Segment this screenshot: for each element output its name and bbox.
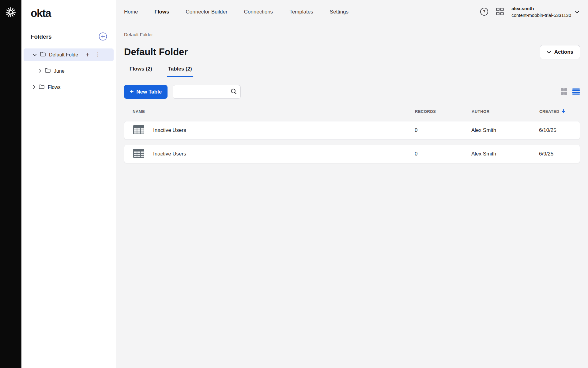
tree-item-label: Default Folde — [49, 52, 78, 58]
app-rail — [0, 0, 21, 368]
row-created: 6/10/25 — [539, 127, 571, 133]
row-created: 6/9/25 — [539, 151, 571, 157]
column-header-author[interactable]: AUTHOR — [472, 109, 539, 114]
chevron-down-icon[interactable] — [33, 52, 37, 58]
help-icon: ? — [480, 7, 488, 17]
nav-connections[interactable]: Connections — [244, 9, 273, 15]
okta-logo: okta — [21, 0, 116, 19]
row-name: Inactive Users — [153, 151, 186, 157]
column-header-records[interactable]: RECORDS — [415, 109, 472, 114]
search-input[interactable] — [177, 89, 231, 95]
row-author: Alex Smith — [471, 151, 539, 157]
chevron-down-icon — [547, 49, 551, 55]
add-folder-button[interactable] — [99, 32, 107, 42]
workflows-logo-icon[interactable] — [5, 7, 16, 368]
chevron-right-icon[interactable] — [39, 68, 42, 74]
column-header-created-label: CREATED — [539, 109, 559, 114]
folders-title: Folders — [31, 33, 52, 40]
grid-view-button[interactable] — [560, 88, 567, 96]
table-body: Inactive Users 0 Alex Smith 6/10/25 Inac — [124, 121, 580, 168]
user-name: alex.smith — [511, 5, 571, 12]
svg-text:?: ? — [483, 9, 486, 14]
folder-icon — [39, 84, 45, 91]
table-icon — [133, 125, 145, 136]
nav-settings[interactable]: Settings — [330, 9, 349, 15]
folder-icon — [40, 52, 46, 58]
sidebar: okta Folders Default Folde + ⋮ — [21, 0, 116, 368]
search-icon[interactable] — [231, 88, 237, 96]
org-name: content-mobbin-trial-5331130 — [511, 12, 571, 19]
row-records: 0 — [415, 151, 471, 157]
tree-item-label: Flows — [48, 85, 61, 90]
apps-button[interactable] — [496, 7, 504, 17]
nav-home[interactable]: Home — [124, 9, 138, 15]
tree-item-label: June — [54, 68, 65, 74]
row-author: Alex Smith — [471, 127, 539, 133]
folder-icon — [45, 68, 51, 75]
actions-button[interactable]: Actions — [540, 45, 580, 59]
tree-item-default-folder[interactable]: Default Folde + ⋮ — [24, 48, 114, 61]
tree-item-flows[interactable]: Flows — [24, 81, 114, 94]
tab-flows[interactable]: Flows (2) — [128, 66, 153, 77]
chevron-down-icon — [575, 9, 579, 15]
nav-templates[interactable]: Templates — [289, 9, 313, 15]
more-options-kebab-icon[interactable]: ⋮ — [95, 52, 101, 58]
plus-icon: + — [130, 88, 134, 95]
main-area: Home Flows Connector Builder Connections… — [116, 0, 588, 368]
add-item-button[interactable]: + — [86, 52, 89, 58]
list-view-button[interactable] — [572, 88, 580, 96]
new-table-button[interactable]: + New Table — [124, 85, 168, 99]
nav-connector-builder[interactable]: Connector Builder — [186, 9, 228, 15]
new-table-button-label: New Table — [136, 89, 162, 95]
actions-button-label: Actions — [554, 49, 573, 55]
plus-circle-icon — [99, 32, 107, 42]
chevron-right-icon[interactable] — [33, 85, 36, 90]
column-header-name[interactable]: NAME — [133, 109, 415, 114]
list-view-icon — [572, 88, 580, 96]
table-icon — [133, 148, 145, 160]
page-title: Default Folder — [124, 47, 188, 58]
help-button[interactable]: ? — [480, 7, 488, 17]
folder-tree: Default Folde + ⋮ June Flows — [21, 42, 116, 97]
row-records: 0 — [415, 127, 471, 133]
account-menu[interactable]: alex.smith content-mobbin-trial-5331130 — [511, 5, 579, 19]
breadcrumb[interactable]: Default Folder — [124, 32, 153, 37]
column-header-created[interactable]: CREATED — [539, 109, 571, 114]
table-header-row: NAME RECORDS AUTHOR CREATED — [124, 109, 580, 114]
row-name: Inactive Users — [153, 127, 186, 133]
table-row[interactable]: Inactive Users 0 Alex Smith 6/9/25 — [124, 145, 580, 163]
table-row[interactable]: Inactive Users 0 Alex Smith 6/10/25 — [124, 121, 580, 140]
tab-tables[interactable]: Tables (2) — [167, 66, 193, 77]
tab-bar: Flows (2) Tables (2) — [124, 66, 580, 77]
apps-grid-icon — [496, 7, 504, 17]
sort-descending-icon — [561, 109, 566, 114]
grid-view-icon — [560, 88, 567, 96]
nav-flows[interactable]: Flows — [154, 9, 169, 15]
search-box — [173, 85, 241, 99]
tree-item-june[interactable]: June — [24, 65, 114, 78]
top-navigation: Home Flows Connector Builder Connections… — [116, 0, 588, 24]
